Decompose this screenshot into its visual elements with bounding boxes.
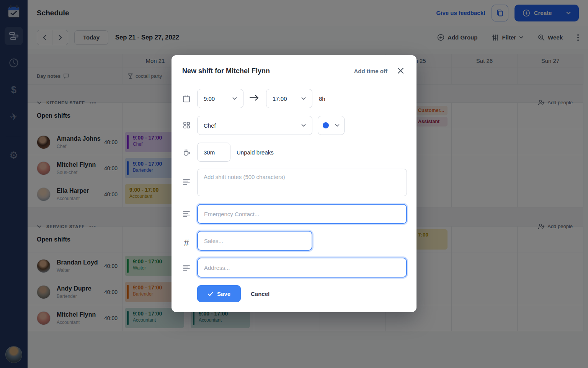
role-grid-icon	[182, 122, 191, 129]
chevron-down-icon	[232, 97, 237, 100]
end-time-select[interactable]: 17:00	[266, 89, 312, 108]
cancel-button[interactable]: Cancel	[251, 285, 270, 302]
role-value: Chef	[204, 122, 216, 129]
chevron-down-icon	[301, 124, 306, 127]
start-time-select[interactable]: 9:00	[197, 89, 243, 108]
number-hash-icon: #	[182, 238, 191, 248]
notes-icon	[182, 179, 191, 185]
color-select[interactable]	[318, 116, 345, 135]
modal-title: New shift for Mitchel Flynn	[182, 67, 270, 75]
start-time-value: 9:00	[204, 95, 215, 102]
end-time-value: 17:00	[273, 95, 287, 102]
chevron-down-icon	[301, 97, 306, 100]
shift-duration: 8h	[319, 95, 325, 102]
save-button[interactable]: Save	[197, 285, 241, 302]
break-label: Unpaid breaks	[237, 149, 274, 156]
arrow-right-icon	[249, 94, 259, 101]
close-button[interactable]	[396, 66, 405, 75]
save-button-label: Save	[217, 291, 230, 297]
text-field-icon	[182, 211, 191, 217]
shift-notes-textarea[interactable]	[197, 169, 407, 196]
address-input[interactable]	[197, 258, 407, 278]
close-icon	[397, 67, 404, 74]
text-field-icon	[182, 264, 191, 271]
role-select[interactable]: Chef	[197, 116, 312, 135]
add-time-off-link[interactable]: Add time off	[354, 68, 388, 74]
calendar-icon	[182, 95, 191, 103]
break-duration-input[interactable]: 30m	[197, 143, 230, 162]
coffee-break-icon	[182, 148, 191, 156]
check-icon	[207, 291, 214, 296]
color-dot	[323, 122, 329, 128]
sales-input[interactable]	[197, 231, 312, 251]
chevron-down-icon	[335, 124, 340, 127]
new-shift-modal: New shift for Mitchel Flynn Add time off…	[172, 55, 416, 312]
emergency-contact-input[interactable]	[197, 204, 407, 224]
break-value: 30m	[204, 149, 215, 156]
